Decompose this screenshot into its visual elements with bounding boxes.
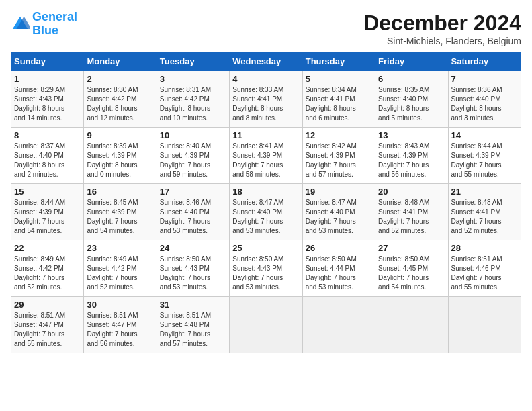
day-number: 30 [87,300,153,310]
day-info: Sunrise: 8:34 AM Sunset: 4:41 PM Dayligh… [306,85,372,123]
day-info: Sunrise: 8:29 AM Sunset: 4:43 PM Dayligh… [14,85,81,123]
day-number: 1 [14,74,81,84]
day-number: 21 [451,187,518,197]
week-row-3: 15Sunrise: 8:44 AM Sunset: 4:39 PM Dayli… [11,184,521,240]
day-info: Sunrise: 8:40 AM Sunset: 4:39 PM Dayligh… [160,142,226,179]
calendar-cell: 3Sunrise: 8:31 AM Sunset: 4:42 PM Daylig… [157,71,229,128]
day-number: 25 [232,243,299,253]
day-number: 29 [14,300,81,310]
day-number: 6 [378,74,445,84]
day-number: 3 [160,74,226,84]
calendar-cell: 17Sunrise: 8:46 AM Sunset: 4:40 PM Dayli… [157,184,229,240]
day-info: Sunrise: 8:51 AM Sunset: 4:47 PM Dayligh… [87,311,153,349]
calendar-cell: 25Sunrise: 8:50 AM Sunset: 4:43 PM Dayli… [230,240,302,297]
day-number: 27 [378,243,445,253]
month-title: December 2024 [363,11,521,36]
location-subtitle: Sint-Michiels, Flanders, Belgium [363,36,521,46]
day-number: 16 [87,187,153,197]
header-day-friday: Friday [375,52,448,71]
calendar-cell: 30Sunrise: 8:51 AM Sunset: 4:47 PM Dayli… [84,297,157,353]
day-number: 4 [232,74,299,84]
calendar-cell: 10Sunrise: 8:40 AM Sunset: 4:39 PM Dayli… [157,128,229,184]
calendar-cell [375,297,448,353]
day-number: 10 [160,130,226,140]
week-row-4: 22Sunrise: 8:49 AM Sunset: 4:42 PM Dayli… [11,240,521,297]
calendar-cell: 21Sunrise: 8:48 AM Sunset: 4:41 PM Dayli… [448,184,521,240]
calendar-cell: 16Sunrise: 8:45 AM Sunset: 4:39 PM Dayli… [84,184,157,240]
calendar-cell: 26Sunrise: 8:50 AM Sunset: 4:44 PM Dayli… [302,240,375,297]
day-info: Sunrise: 8:44 AM Sunset: 4:39 PM Dayligh… [451,142,518,179]
calendar-cell: 2Sunrise: 8:30 AM Sunset: 4:42 PM Daylig… [84,71,157,128]
calendar-cell: 4Sunrise: 8:33 AM Sunset: 4:41 PM Daylig… [230,71,302,128]
day-number: 13 [378,130,445,140]
calendar-cell: 12Sunrise: 8:42 AM Sunset: 4:39 PM Dayli… [302,128,375,184]
calendar-body: 1Sunrise: 8:29 AM Sunset: 4:43 PM Daylig… [11,71,521,353]
calendar-cell: 15Sunrise: 8:44 AM Sunset: 4:39 PM Dayli… [11,184,84,240]
logo: General Blue [11,11,77,38]
calendar-cell: 7Sunrise: 8:36 AM Sunset: 4:40 PM Daylig… [448,71,521,128]
calendar-cell: 5Sunrise: 8:34 AM Sunset: 4:41 PM Daylig… [302,71,375,128]
day-number: 5 [306,74,372,84]
day-info: Sunrise: 8:48 AM Sunset: 4:41 PM Dayligh… [451,198,518,236]
calendar-cell: 1Sunrise: 8:29 AM Sunset: 4:43 PM Daylig… [11,71,84,128]
week-row-2: 8Sunrise: 8:37 AM Sunset: 4:40 PM Daylig… [11,128,521,184]
day-number: 2 [87,74,153,84]
calendar-table: SundayMondayTuesdayWednesdayThursdayFrid… [11,52,521,353]
day-number: 24 [160,243,226,253]
title-block: December 2024 Sint-Michiels, Flanders, B… [363,11,521,46]
calendar-cell: 18Sunrise: 8:47 AM Sunset: 4:40 PM Dayli… [230,184,302,240]
day-info: Sunrise: 8:41 AM Sunset: 4:39 PM Dayligh… [232,142,299,179]
calendar-cell [302,297,375,353]
day-info: Sunrise: 8:50 AM Sunset: 4:45 PM Dayligh… [378,255,445,292]
calendar-cell [230,297,302,353]
day-info: Sunrise: 8:51 AM Sunset: 4:48 PM Dayligh… [160,311,226,349]
day-info: Sunrise: 8:50 AM Sunset: 4:44 PM Dayligh… [306,255,372,292]
calendar-cell: 6Sunrise: 8:35 AM Sunset: 4:40 PM Daylig… [375,71,448,128]
header-day-sunday: Sunday [11,52,84,71]
logo-icon [11,15,30,34]
header-day-monday: Monday [84,52,157,71]
logo-text: General Blue [32,11,77,38]
day-number: 31 [160,300,226,310]
day-info: Sunrise: 8:42 AM Sunset: 4:39 PM Dayligh… [306,142,372,179]
calendar-cell: 23Sunrise: 8:49 AM Sunset: 4:42 PM Dayli… [84,240,157,297]
header-day-tuesday: Tuesday [157,52,229,71]
day-number: 12 [306,130,372,140]
calendar-cell: 8Sunrise: 8:37 AM Sunset: 4:40 PM Daylig… [11,128,84,184]
calendar-cell [448,297,521,353]
day-info: Sunrise: 8:48 AM Sunset: 4:41 PM Dayligh… [378,198,445,236]
day-info: Sunrise: 8:37 AM Sunset: 4:40 PM Dayligh… [14,142,81,179]
day-number: 19 [306,187,372,197]
day-number: 8 [14,130,81,140]
day-info: Sunrise: 8:30 AM Sunset: 4:42 PM Dayligh… [87,85,153,123]
day-info: Sunrise: 8:36 AM Sunset: 4:40 PM Dayligh… [451,85,518,123]
calendar-cell: 31Sunrise: 8:51 AM Sunset: 4:48 PM Dayli… [157,297,229,353]
calendar-cell: 28Sunrise: 8:51 AM Sunset: 4:46 PM Dayli… [448,240,521,297]
calendar-cell: 14Sunrise: 8:44 AM Sunset: 4:39 PM Dayli… [448,128,521,184]
day-number: 22 [14,243,81,253]
day-number: 15 [14,187,81,197]
day-info: Sunrise: 8:45 AM Sunset: 4:39 PM Dayligh… [87,198,153,236]
calendar-cell: 19Sunrise: 8:47 AM Sunset: 4:40 PM Dayli… [302,184,375,240]
day-info: Sunrise: 8:31 AM Sunset: 4:42 PM Dayligh… [160,85,226,123]
day-info: Sunrise: 8:43 AM Sunset: 4:39 PM Dayligh… [378,142,445,179]
day-number: 23 [87,243,153,253]
day-info: Sunrise: 8:50 AM Sunset: 4:43 PM Dayligh… [232,255,299,292]
day-info: Sunrise: 8:47 AM Sunset: 4:40 PM Dayligh… [306,198,372,236]
calendar-cell: 20Sunrise: 8:48 AM Sunset: 4:41 PM Dayli… [375,184,448,240]
day-info: Sunrise: 8:44 AM Sunset: 4:39 PM Dayligh… [14,198,81,236]
day-info: Sunrise: 8:49 AM Sunset: 4:42 PM Dayligh… [14,255,81,292]
header-day-wednesday: Wednesday [230,52,302,71]
calendar-cell: 11Sunrise: 8:41 AM Sunset: 4:39 PM Dayli… [230,128,302,184]
day-number: 26 [306,243,372,253]
day-info: Sunrise: 8:51 AM Sunset: 4:46 PM Dayligh… [451,255,518,292]
header-day-saturday: Saturday [448,52,521,71]
day-number: 11 [232,130,299,140]
day-number: 20 [378,187,445,197]
day-info: Sunrise: 8:49 AM Sunset: 4:42 PM Dayligh… [87,255,153,292]
calendar-cell: 13Sunrise: 8:43 AM Sunset: 4:39 PM Dayli… [375,128,448,184]
week-row-5: 29Sunrise: 8:51 AM Sunset: 4:47 PM Dayli… [11,297,521,353]
day-info: Sunrise: 8:33 AM Sunset: 4:41 PM Dayligh… [232,85,299,123]
day-info: Sunrise: 8:35 AM Sunset: 4:40 PM Dayligh… [378,85,445,123]
calendar-cell: 24Sunrise: 8:50 AM Sunset: 4:43 PM Dayli… [157,240,229,297]
